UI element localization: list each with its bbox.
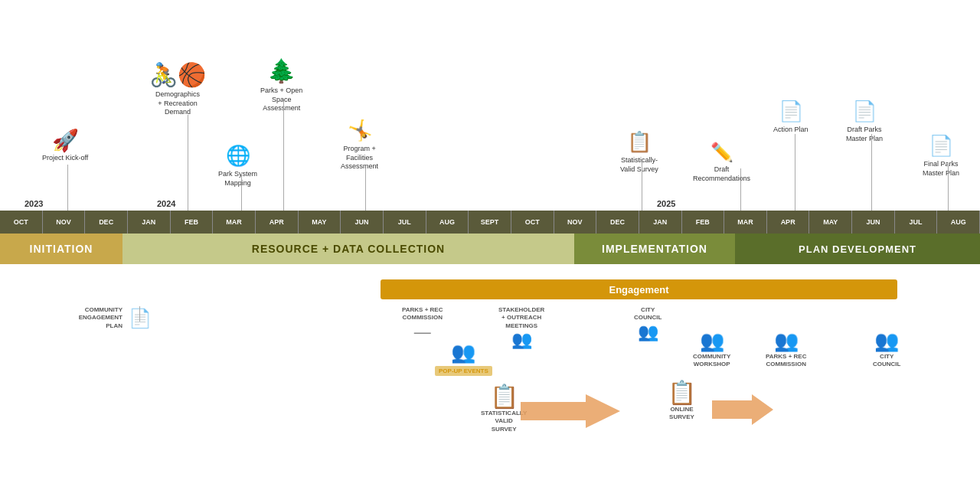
parks-open-space-item: 🌲 Parks + OpenSpaceAssessment — [260, 57, 302, 113]
survey-arrow — [521, 394, 620, 432]
month-aug-2025: AUG — [937, 211, 980, 234]
month-jun-2025: JUN — [852, 211, 895, 234]
month-mar-2024: MAR — [213, 211, 256, 234]
city-council-1-item: CITYCOUNCIL 👥 — [634, 306, 662, 342]
svg-marker-0 — [521, 394, 620, 428]
engagement-label: Engagement — [609, 284, 668, 296]
people-icon-council-1: 👥 — [638, 322, 658, 342]
month-may-2024: MAY — [299, 211, 341, 234]
online-survey-label: ONLINESURVEY — [669, 406, 694, 422]
month-jan-2025: JAN — [639, 211, 682, 234]
parks-rec-commission-2-item: 👥 PARKS + RECCOMMISSION — [766, 329, 806, 369]
rocket-icon: 🚀 — [52, 130, 79, 152]
community-workshop-label: COMMUNITYWORKSHOP — [693, 353, 730, 369]
month-jul-2024: JUL — [384, 211, 426, 234]
parks-rec-commission-1-item: PARKS + RECCOMMISSION — — [402, 306, 443, 342]
doc-icon-3: 📄 — [929, 134, 953, 158]
people-icon-stakeholder: 👥 — [511, 330, 532, 350]
svg-marker-1 — [712, 394, 773, 425]
parks-line — [283, 100, 284, 211]
online-survey-item: 📋 ONLINESURVEY — [668, 379, 696, 422]
demo-line — [188, 115, 188, 211]
survey-form-icon: 📋 — [490, 383, 518, 410]
mapping-line — [241, 172, 242, 211]
project-kickoff-item: 🚀 Project Kick-off — [42, 130, 88, 163]
program-facilities-item: 🤸 Program +FacilitiesAssessment — [341, 119, 378, 172]
action-plan-label: Action Plan — [773, 126, 808, 135]
demographics-label: Demographics+ RecreationDemand — [155, 90, 200, 117]
project-kickoff-label: Project Kick-off — [42, 154, 88, 163]
phase-band: INITIATION RESOURCE + DATA COLLECTION IM… — [0, 234, 980, 264]
tree-icon: 🌲 — [267, 57, 296, 84]
phase-initiation: INITIATION — [0, 234, 122, 264]
pencil-icon: ✏️ — [710, 142, 733, 163]
parks-open-space-label: Parks + OpenSpaceAssessment — [260, 87, 302, 113]
stakeholder-outreach-item: STAKEHOLDER+ OUTREACHMEETINGS 👥 — [498, 306, 544, 350]
month-feb-2024: FEB — [171, 211, 214, 234]
month-dec-2023: DEC — [85, 211, 128, 234]
online-survey-arrow — [712, 394, 773, 428]
community-engagement-label: COMMUNITYENGAGEMENT PLAN — [69, 306, 122, 330]
running-icon: 🤸 — [348, 119, 372, 142]
engagement-line — [139, 306, 140, 322]
parks-rec-commission-2-label: PARKS + RECCOMMISSION — [766, 353, 806, 369]
month-may-2025: MAY — [809, 211, 852, 234]
phase-implementation: IMPLEMENTATION — [574, 234, 735, 264]
month-oct-2023: OCT — [0, 211, 43, 234]
action-line — [795, 134, 795, 211]
draftrec-line — [740, 168, 741, 211]
stat-survey-item: 📋 Statistically-Valid Survey — [620, 130, 658, 174]
month-sept-2024: SEPT — [469, 211, 511, 234]
month-apr-2025: APR — [767, 211, 810, 234]
stakeholder-outreach-label: STAKEHOLDER+ OUTREACHMEETINGS — [498, 306, 544, 330]
draft-recs-item: ✏️ DraftRecommendations — [693, 142, 750, 183]
survey-line — [642, 161, 642, 211]
action-plan-item: 📄 Action Plan — [773, 100, 808, 135]
draft-recs-label: DraftRecommendations — [693, 165, 750, 183]
stat-survey-label: Statistically-Valid Survey — [620, 156, 658, 174]
program-facilities-label: Program +FacilitiesAssessment — [341, 145, 378, 172]
phase-plan-development: PLAN DEVELOPMENT — [735, 234, 980, 264]
draft-parks-master-plan-label: Draft ParksMaster Plan — [846, 126, 883, 143]
final-parks-master-plan-label: Final ParksMaster Plan — [923, 160, 959, 178]
engagement-bar: Engagement — [381, 279, 897, 299]
city-council-2-item: 👥 CITYCOUNCIL — [873, 329, 900, 369]
final-parks-master-plan-item: 📄 Final ParksMaster Plan — [923, 134, 959, 178]
demographics-item: 🚴🏀 Demographics+ RecreationDemand — [149, 61, 206, 117]
month-nov-2023: NOV — [43, 211, 86, 234]
year-2024: 2024 — [157, 199, 175, 208]
people-icon-1: — — [414, 322, 431, 342]
final-master-line — [948, 163, 949, 211]
year-2023: 2023 — [24, 199, 43, 208]
timeline-wrapper: 🚀 Project Kick-off 🚴🏀 Demographics+ Recr… — [0, 0, 980, 490]
doc-icon-2: 📄 — [852, 100, 877, 123]
park-system-mapping-item: 🌐 Park SystemMapping — [218, 144, 257, 188]
top-section: 🚀 Project Kick-off 🚴🏀 Demographics+ Recr… — [0, 0, 980, 211]
community-workshop-item: 👥 COMMUNITYWORKSHOP — [693, 329, 730, 369]
demographics-icon: 🚴🏀 — [149, 61, 206, 88]
clipboard-icon-1: 📋 — [627, 130, 652, 154]
people-icon-popup: 👥 — [451, 341, 475, 364]
people-icon-council-2: 👥 — [874, 329, 899, 353]
people-icon-2: 👥 — [774, 329, 799, 353]
month-jun-2024: JUN — [341, 211, 384, 234]
month-aug-2024: AUG — [426, 211, 469, 234]
timeline-bar: OCT NOV DEC JAN FEB MAR APR MAY JUN JUL … — [0, 211, 980, 234]
kickoff-line — [67, 165, 68, 211]
month-dec-2024: DEC — [596, 211, 639, 234]
draft-parks-master-plan-item: 📄 Draft ParksMaster Plan — [846, 100, 883, 143]
pop-up-events-item: 👥 POP-UP EVENTS — [435, 341, 492, 376]
city-council-2-label: CITYCOUNCIL — [873, 353, 900, 369]
park-system-mapping-label: Park SystemMapping — [218, 170, 257, 188]
month-mar-2025: MAR — [724, 211, 767, 234]
phase-resource: RESOURCE + DATA COLLECTION — [122, 234, 574, 264]
year-2025: 2025 — [657, 199, 675, 208]
month-oct-2024: OCT — [511, 211, 554, 234]
doc-icon-1: 📄 — [779, 100, 803, 123]
month-nov-2024: NOV — [554, 211, 597, 234]
month-feb-2025: FEB — [682, 211, 725, 234]
program-line — [365, 168, 366, 211]
online-survey-icon: 📋 — [668, 379, 696, 406]
month-jan-2024: JAN — [128, 211, 171, 234]
people-icon-workshop: 👥 — [700, 329, 724, 353]
